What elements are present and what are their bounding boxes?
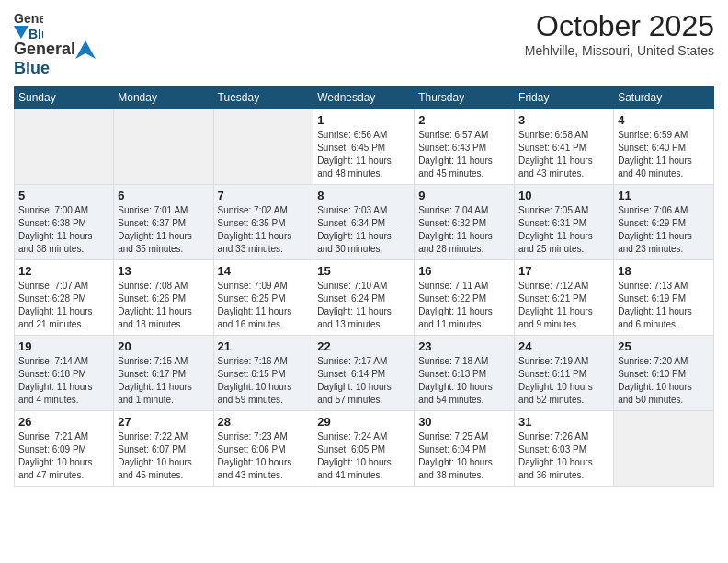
calendar-cell: 31Sunrise: 7:26 AMSunset: 6:03 PMDayligh…: [515, 411, 614, 487]
day-number: 31: [518, 415, 609, 429]
calendar-cell: 23Sunrise: 7:18 AMSunset: 6:13 PMDayligh…: [415, 336, 515, 411]
day-info: Sunrise: 7:02 AMSunset: 6:35 PMDaylight:…: [218, 204, 310, 256]
logo: General Blue General Blue: [14, 9, 96, 78]
day-number: 27: [118, 415, 209, 429]
header-tuesday: Tuesday: [213, 86, 313, 109]
day-info: Sunrise: 7:03 AMSunset: 6:34 PMDaylight:…: [317, 204, 410, 256]
header-thursday: Thursday: [415, 86, 515, 109]
calendar-cell: 1Sunrise: 6:56 AMSunset: 6:45 PMDaylight…: [313, 109, 415, 185]
calendar-week-row: 19Sunrise: 7:14 AMSunset: 6:18 PMDayligh…: [15, 336, 714, 411]
svg-text:Blue: Blue: [28, 27, 43, 39]
calendar-cell: 15Sunrise: 7:10 AMSunset: 6:24 PMDayligh…: [313, 260, 415, 336]
day-number: 29: [317, 415, 410, 429]
calendar-cell: 24Sunrise: 7:19 AMSunset: 6:11 PMDayligh…: [515, 336, 614, 411]
day-number: 21: [218, 339, 310, 353]
day-number: 9: [418, 189, 510, 202]
day-info: Sunrise: 7:22 AMSunset: 6:07 PMDaylight:…: [118, 431, 209, 482]
day-number: 15: [317, 264, 410, 278]
day-number: 23: [418, 339, 510, 353]
logo-icon: General Blue: [14, 9, 43, 39]
day-info: Sunrise: 7:15 AMSunset: 6:17 PMDaylight:…: [118, 355, 209, 407]
calendar-week-row: 26Sunrise: 7:21 AMSunset: 6:09 PMDayligh…: [15, 411, 714, 487]
day-info: Sunrise: 7:01 AMSunset: 6:37 PMDaylight:…: [118, 204, 209, 256]
day-info: Sunrise: 7:08 AMSunset: 6:26 PMDaylight:…: [118, 280, 209, 331]
day-info: Sunrise: 7:12 AMSunset: 6:21 PMDaylight:…: [518, 280, 609, 331]
calendar-cell: [15, 109, 114, 185]
calendar-week-row: 1Sunrise: 6:56 AMSunset: 6:45 PMDaylight…: [15, 109, 714, 185]
calendar-week-row: 5Sunrise: 7:00 AMSunset: 6:38 PMDaylight…: [15, 185, 714, 260]
day-info: Sunrise: 7:26 AMSunset: 6:03 PMDaylight:…: [518, 431, 609, 482]
calendar-cell: 21Sunrise: 7:16 AMSunset: 6:15 PMDayligh…: [213, 336, 313, 411]
calendar-cell: 13Sunrise: 7:08 AMSunset: 6:26 PMDayligh…: [114, 260, 213, 336]
title-block: October 2025 Mehlville, Missouri, United…: [525, 9, 714, 58]
header-monday: Monday: [114, 86, 213, 109]
day-info: Sunrise: 7:14 AMSunset: 6:18 PMDaylight:…: [18, 355, 109, 407]
calendar-cell: 18Sunrise: 7:13 AMSunset: 6:19 PMDayligh…: [614, 260, 714, 336]
calendar-cell: 5Sunrise: 7:00 AMSunset: 6:38 PMDaylight…: [15, 185, 114, 260]
day-info: Sunrise: 7:20 AMSunset: 6:10 PMDaylight:…: [618, 355, 710, 407]
calendar-table: Sunday Monday Tuesday Wednesday Thursday…: [14, 86, 714, 487]
calendar-cell: 6Sunrise: 7:01 AMSunset: 6:37 PMDaylight…: [114, 185, 213, 260]
day-number: 17: [518, 264, 609, 278]
day-info: Sunrise: 7:21 AMSunset: 6:09 PMDaylight:…: [18, 431, 109, 482]
calendar-cell: 4Sunrise: 6:59 AMSunset: 6:40 PMDaylight…: [614, 109, 714, 185]
calendar-cell: 27Sunrise: 7:22 AMSunset: 6:07 PMDayligh…: [114, 411, 213, 487]
calendar-cell: 14Sunrise: 7:09 AMSunset: 6:25 PMDayligh…: [213, 260, 313, 336]
day-number: 24: [518, 339, 609, 353]
day-number: 10: [518, 189, 609, 202]
day-number: 6: [118, 189, 209, 202]
calendar-cell: 30Sunrise: 7:25 AMSunset: 6:04 PMDayligh…: [415, 411, 515, 487]
day-info: Sunrise: 7:24 AMSunset: 6:05 PMDaylight:…: [317, 431, 410, 482]
day-info: Sunrise: 6:56 AMSunset: 6:45 PMDaylight:…: [317, 129, 410, 180]
header-friday: Friday: [515, 86, 614, 109]
day-number: 19: [18, 339, 109, 353]
calendar-cell: 8Sunrise: 7:03 AMSunset: 6:34 PMDaylight…: [313, 185, 415, 260]
svg-text:General: General: [14, 11, 43, 26]
calendar-cell: 22Sunrise: 7:17 AMSunset: 6:14 PMDayligh…: [313, 336, 415, 411]
calendar-cell: 11Sunrise: 7:06 AMSunset: 6:29 PMDayligh…: [614, 185, 714, 260]
svg-marker-1: [14, 26, 28, 39]
day-number: 13: [118, 264, 209, 278]
day-info: Sunrise: 6:57 AMSunset: 6:43 PMDaylight:…: [418, 129, 510, 180]
day-number: 16: [418, 264, 510, 278]
day-info: Sunrise: 7:05 AMSunset: 6:31 PMDaylight:…: [518, 204, 609, 256]
day-number: 30: [418, 415, 510, 429]
header: General Blue General Blue October 2025 M…: [14, 9, 714, 78]
day-info: Sunrise: 7:13 AMSunset: 6:19 PMDaylight:…: [618, 280, 710, 331]
day-number: 14: [218, 264, 310, 278]
page-container: General Blue General Blue October 2025 M…: [0, 0, 728, 496]
calendar-cell: 28Sunrise: 7:23 AMSunset: 6:06 PMDayligh…: [213, 411, 313, 487]
header-wednesday: Wednesday: [313, 86, 415, 109]
calendar-body: 1Sunrise: 6:56 AMSunset: 6:45 PMDaylight…: [15, 109, 714, 487]
day-number: 20: [118, 339, 209, 353]
day-info: Sunrise: 6:59 AMSunset: 6:40 PMDaylight:…: [618, 129, 710, 180]
calendar-cell: 26Sunrise: 7:21 AMSunset: 6:09 PMDayligh…: [15, 411, 114, 487]
day-info: Sunrise: 7:16 AMSunset: 6:15 PMDaylight:…: [218, 355, 310, 407]
day-number: 2: [418, 113, 510, 127]
day-info: Sunrise: 7:00 AMSunset: 6:38 PMDaylight:…: [18, 204, 109, 256]
day-number: 18: [618, 264, 710, 278]
day-number: 12: [18, 264, 109, 278]
logo-bird-icon: [75, 39, 96, 59]
day-number: 5: [18, 189, 109, 202]
day-number: 3: [518, 113, 609, 127]
month-title: October 2025: [525, 9, 714, 43]
calendar-cell: 25Sunrise: 7:20 AMSunset: 6:10 PMDayligh…: [614, 336, 714, 411]
day-info: Sunrise: 7:19 AMSunset: 6:11 PMDaylight:…: [518, 355, 609, 407]
day-info: Sunrise: 7:10 AMSunset: 6:24 PMDaylight:…: [317, 280, 410, 331]
day-number: 28: [218, 415, 310, 429]
calendar-cell: 12Sunrise: 7:07 AMSunset: 6:28 PMDayligh…: [15, 260, 114, 336]
day-info: Sunrise: 7:04 AMSunset: 6:32 PMDaylight:…: [418, 204, 510, 256]
day-info: Sunrise: 6:58 AMSunset: 6:41 PMDaylight:…: [518, 129, 609, 180]
calendar-cell: 10Sunrise: 7:05 AMSunset: 6:31 PMDayligh…: [515, 185, 614, 260]
day-info: Sunrise: 7:18 AMSunset: 6:13 PMDaylight:…: [418, 355, 510, 407]
day-number: 26: [18, 415, 109, 429]
logo-general-text: General: [14, 40, 75, 59]
day-number: 11: [618, 189, 710, 202]
header-saturday: Saturday: [614, 86, 714, 109]
day-info: Sunrise: 7:06 AMSunset: 6:29 PMDaylight:…: [618, 204, 710, 256]
calendar-cell: 17Sunrise: 7:12 AMSunset: 6:21 PMDayligh…: [515, 260, 614, 336]
day-info: Sunrise: 7:09 AMSunset: 6:25 PMDaylight:…: [218, 280, 310, 331]
day-number: 25: [618, 339, 710, 353]
day-info: Sunrise: 7:11 AMSunset: 6:22 PMDaylight:…: [418, 280, 510, 331]
